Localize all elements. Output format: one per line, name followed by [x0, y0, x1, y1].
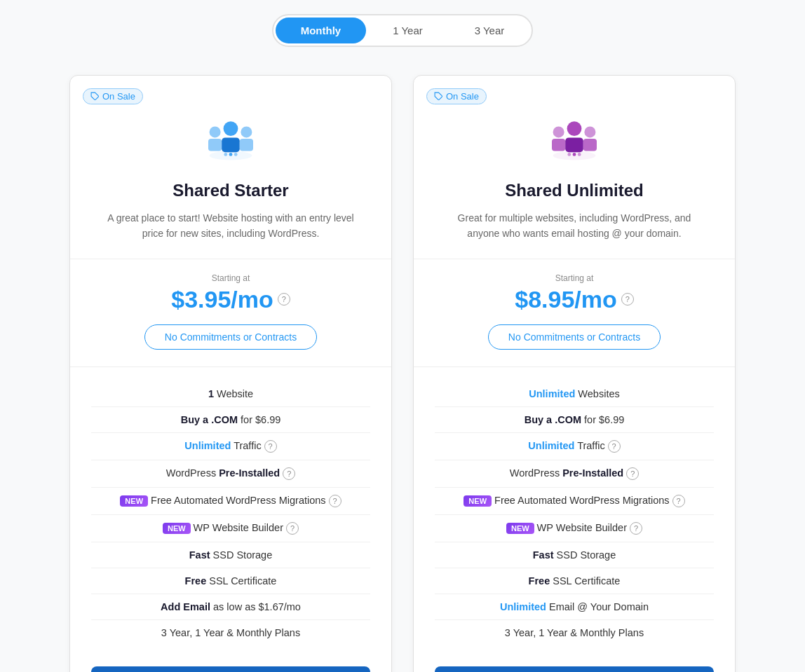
feature-item: Unlimited Traffic ? [91, 433, 370, 460]
plan-title: Shared Unlimited [414, 181, 735, 200]
signup-button[interactable]: Sign Up Now [91, 666, 370, 672]
feature-bold: 1 [208, 388, 214, 399]
feature-help-icon[interactable]: ? [283, 467, 295, 480]
signup-button[interactable]: Sign Up Now [435, 666, 714, 672]
feature-item: Unlimited Traffic ? [435, 433, 714, 460]
feature-text: WordPress [166, 467, 219, 479]
feature-text: 3 Year, 1 Year & Monthly Plans [161, 627, 300, 638]
plan-description: Great for multiple websites, including W… [414, 210, 735, 242]
on-sale-badge: On Sale [83, 88, 143, 104]
feature-item: NEWWP Website Builder ? [91, 515, 370, 542]
price-value: $3.95/mo [171, 286, 273, 313]
toggle-1year[interactable]: 1 Year [367, 18, 448, 43]
feature-text: SSL Certificate [206, 575, 276, 587]
feature-item: WordPress Pre-Installed ? [435, 460, 714, 488]
no-commit-button[interactable]: No Commitments or Contracts [144, 324, 317, 350]
svg-rect-16 [565, 137, 583, 152]
feature-bold: Pre-Installed [562, 467, 623, 479]
starting-at-label: Starting at [70, 273, 391, 283]
price-help-icon[interactable]: ? [278, 293, 290, 306]
starting-at-label: Starting at [414, 273, 735, 283]
feature-help-icon[interactable]: ? [626, 467, 639, 480]
feature-text: as low as $1.67/mo [210, 601, 301, 612]
svg-point-2 [210, 126, 221, 137]
svg-rect-3 [208, 139, 222, 151]
feature-text: SSD Storage [210, 549, 273, 561]
feature-item: Buy a .COM for $6.99 [435, 407, 714, 433]
plan-description: A great place to start! Website hosting … [70, 210, 391, 242]
feature-bold: Buy a .COM [525, 414, 581, 425]
feature-help-icon[interactable]: ? [286, 522, 299, 535]
svg-point-21 [578, 153, 581, 156]
feature-help-icon[interactable]: ? [329, 495, 341, 507]
feature-text: SSD Storage [554, 549, 616, 561]
toggle-monthly[interactable]: Monthly [276, 18, 367, 43]
feature-bold: Fast [189, 549, 210, 561]
svg-rect-7 [240, 139, 253, 151]
feature-text: Free Automated WordPress Migrations [494, 495, 670, 506]
feature-bold: Free [529, 575, 550, 587]
feature-help-icon[interactable]: ? [264, 440, 277, 453]
unlimited-label: Unlimited [500, 601, 546, 612]
feature-text: 3 Year, 1 Year & Monthly Plans [505, 627, 644, 638]
new-badge: NEW [464, 495, 492, 507]
feature-text: Websites [575, 388, 619, 399]
feature-item: Unlimited Websites [435, 381, 714, 407]
price-value: $8.95/mo [515, 286, 617, 313]
feature-text: Traffic [231, 440, 261, 451]
svg-rect-18 [583, 139, 597, 151]
feature-text: SSL Certificate [550, 575, 620, 587]
feature-help-icon[interactable]: ? [672, 495, 685, 507]
feature-item: Free SSL Certificate [91, 568, 370, 594]
feature-text: WP Website Builder [194, 522, 283, 533]
svg-point-15 [567, 121, 582, 136]
features-list: 1 WebsiteBuy a .COM for $6.99Unlimited T… [70, 381, 391, 645]
billing-toggle: Monthly 1 Year 3 Year [272, 14, 534, 47]
price-row: $8.95/mo ? [414, 286, 735, 313]
feature-item: NEWFree Automated WordPress Migrations ? [91, 488, 370, 515]
svg-point-20 [573, 153, 576, 156]
new-badge: NEW [506, 523, 534, 534]
feature-item: Add Email as low as $1.67/mo [91, 594, 370, 620]
pricing-card-shared-starter: On Sale [69, 75, 392, 672]
svg-rect-14 [552, 139, 565, 151]
feature-bold: Add Email [161, 601, 210, 612]
plan-title: Shared Starter [70, 181, 391, 200]
feature-help-icon[interactable]: ? [630, 522, 642, 535]
svg-point-10 [234, 153, 238, 156]
svg-point-9 [229, 153, 233, 156]
svg-point-4 [224, 121, 238, 136]
feature-bold: Buy a .COM [181, 414, 238, 425]
feature-text: Free Automated WordPress Migrations [151, 495, 326, 506]
feature-text: for $6.99 [581, 414, 624, 425]
feature-help-icon[interactable]: ? [608, 440, 621, 453]
svg-point-19 [567, 153, 571, 156]
svg-point-8 [224, 153, 227, 156]
price-row: $3.95/mo ? [70, 286, 391, 313]
no-commit-button[interactable]: No Commitments or Contracts [488, 324, 661, 350]
feature-item: 3 Year, 1 Year & Monthly Plans [91, 620, 370, 645]
unlimited-label: Unlimited [529, 388, 575, 399]
feature-bold: Fast [533, 549, 554, 561]
feature-item: Fast SSD Storage [435, 542, 714, 568]
feature-item: WordPress Pre-Installed ? [91, 460, 370, 488]
feature-item: Unlimited Email @ Your Domain [435, 594, 714, 620]
price-help-icon[interactable]: ? [621, 293, 634, 306]
feature-item: Buy a .COM for $6.99 [91, 407, 370, 433]
on-sale-badge: On Sale [426, 88, 487, 104]
feature-text: WordPress [510, 467, 562, 479]
svg-point-17 [584, 126, 595, 137]
toggle-3year[interactable]: 3 Year [449, 18, 530, 43]
new-badge: NEW [163, 523, 191, 534]
feature-bold: Pre-Installed [219, 467, 280, 479]
features-list: Unlimited WebsitesBuy a .COM for $6.99Un… [414, 381, 735, 645]
svg-rect-5 [222, 137, 240, 152]
feature-item: 3 Year, 1 Year & Monthly Plans [435, 620, 714, 645]
unlimited-label: Unlimited [184, 440, 231, 451]
feature-bold: Free [185, 575, 207, 587]
new-badge: NEW [120, 495, 148, 507]
feature-text: Traffic [574, 440, 604, 451]
feature-item: Fast SSD Storage [91, 542, 370, 568]
svg-point-6 [241, 126, 252, 137]
pricing-card-shared-unlimited: On Sale Sh [413, 75, 736, 672]
